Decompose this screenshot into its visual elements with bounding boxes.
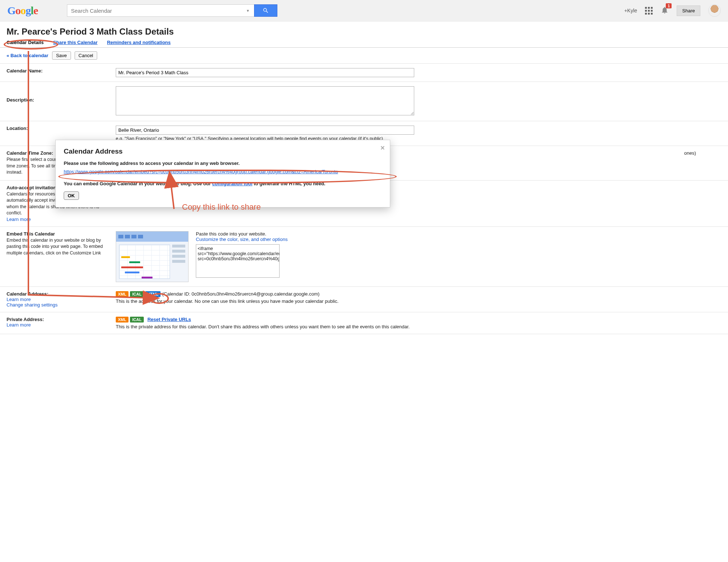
tab-row: Calendar Details Share this Calendar Rem… <box>0 40 728 48</box>
label-private-address: Private Address: <box>7 317 44 322</box>
label-location: Location: <box>7 126 28 131</box>
modal-embed-hint: You can embed Google Calendar in your we… <box>64 181 382 186</box>
tab-reminders[interactable]: Reminders and notifications <box>107 40 171 47</box>
row-calendar-name: Calendar Name: <box>0 63 728 82</box>
google-logo[interactable]: Google <box>7 4 38 17</box>
modal-ok-button[interactable]: OK <box>64 191 79 200</box>
plus-user-link[interactable]: +Kyle <box>624 8 637 13</box>
label-timezone: Calendar Time Zone: <box>7 150 53 156</box>
embed-sub: Embed this calendar in your website or b… <box>7 237 116 257</box>
modal-intro: Please use the following address to acce… <box>64 161 382 166</box>
tab-calendar-details[interactable]: Calendar Details <box>7 40 44 47</box>
search-button[interactable] <box>254 4 277 17</box>
search-dropdown-toggle[interactable]: ▼ <box>242 4 254 17</box>
label-auto-accept: Auto-accept invitations <box>7 185 59 190</box>
private-xml-badge[interactable]: XML <box>116 317 128 322</box>
row-embed: Embed This Calendar Embed this calendar … <box>0 226 728 286</box>
save-button[interactable]: Save <box>52 51 71 60</box>
calendar-name-input[interactable] <box>116 68 414 77</box>
location-input[interactable] <box>116 126 414 135</box>
calendar-address-modal: × Calendar Address Please use the follow… <box>55 140 390 207</box>
label-calendar-address: Calendar Address: <box>7 291 48 297</box>
row-calendar-address: Calendar Address: Learn more Change shar… <box>0 286 728 312</box>
xml-badge[interactable]: XML <box>116 291 128 297</box>
ical-badge[interactable]: ICAL <box>130 291 144 297</box>
row-description: Description: <box>0 82 728 121</box>
modal-title: Calendar Address <box>64 147 382 155</box>
header-right: +Kyle 1 Share <box>624 4 721 17</box>
address-description: This is the address for your calendar. N… <box>116 298 721 304</box>
html-badge[interactable]: HTML <box>145 291 161 297</box>
notification-badge: 1 <box>666 3 672 8</box>
calendar-id-text: (Calendar ID: 0c0hnb5oru3hn4lmo26ruercn4… <box>162 291 319 297</box>
embed-code-box[interactable]: <iframe src="https://www.google.com/cale… <box>196 244 280 278</box>
auto-accept-learn-more[interactable]: Learn more <box>7 217 31 222</box>
private-description: This is the private address for this cal… <box>116 324 721 329</box>
page-title: Mr. Pearce's Period 3 Math Class Details <box>0 21 728 40</box>
embed-paste-text: Paste this code into your website. <box>196 231 721 237</box>
search-icon <box>262 7 269 14</box>
change-sharing-link[interactable]: Change sharing settings <box>7 302 58 308</box>
cancel-button[interactable]: Cancel <box>75 51 97 60</box>
private-ical-badge[interactable]: ICAL <box>130 317 144 322</box>
search-input[interactable] <box>67 4 242 17</box>
address-learn-more[interactable]: Learn more <box>7 297 31 302</box>
user-avatar[interactable] <box>708 4 721 17</box>
label-embed: Embed This Calendar <box>7 231 55 237</box>
apps-icon[interactable] <box>645 7 653 15</box>
row-private-address: Private Address: Learn more XML ICAL Res… <box>0 312 728 334</box>
header-bar: Google ▼ +Kyle 1 Share <box>0 0 728 21</box>
share-button[interactable]: Share <box>677 5 700 16</box>
reset-private-urls-link[interactable]: Reset Private URLs <box>147 317 191 322</box>
modal-close-button[interactable]: × <box>380 144 385 152</box>
label-calendar-name: Calendar Name: <box>7 68 43 74</box>
description-textarea[interactable] <box>116 86 414 115</box>
private-learn-more[interactable]: Learn more <box>7 322 31 328</box>
timezone-partial-text: ones) <box>684 150 696 156</box>
notifications-button[interactable]: 1 <box>661 6 669 15</box>
configuration-tool-link[interactable]: configuration tool <box>212 181 252 186</box>
modal-calendar-url[interactable]: https://www.google.com/calendar/embed?sr… <box>64 169 338 174</box>
search-wrap: ▼ <box>67 4 277 17</box>
back-to-calendar-link[interactable]: « Back to calendar <box>7 53 48 58</box>
label-description: Description: <box>7 97 34 103</box>
action-row: « Back to calendar Save Cancel <box>0 48 728 63</box>
embed-customize-link[interactable]: Customize the color, size, and other opt… <box>196 237 288 242</box>
tab-share-calendar[interactable]: Share this Calendar <box>53 40 98 47</box>
embed-preview-thumbnail <box>116 231 189 282</box>
